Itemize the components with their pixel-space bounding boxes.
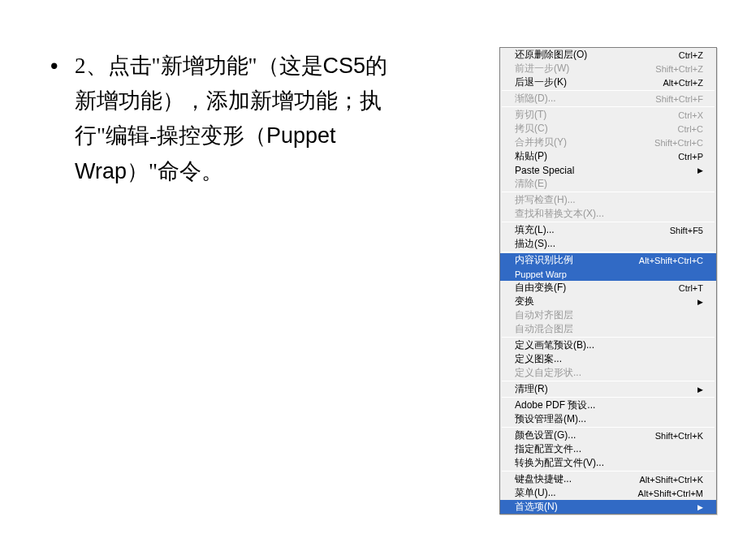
menu-item-shortcut: Shift+F5 — [670, 226, 703, 235]
menu-item: 合并拷贝(Y)Shift+Ctrl+C — [500, 136, 716, 149]
text-run-5: ）"命令。 — [127, 159, 223, 183]
menu-separator — [502, 397, 715, 398]
menu-item-label: 粘贴(P) — [515, 149, 678, 163]
text-run-1: 2、点击"新增功能"（这是 — [75, 54, 323, 78]
bullet-content: 2、点击"新增功能"（这是CS5的新增功能），添加新增功能；执行"编辑-操控变形… — [75, 49, 399, 189]
menu-separator — [502, 252, 715, 252]
menu-item-label: 转换为配置文件(V)... — [515, 456, 703, 470]
menu-item-shortcut: Alt+Shift+Ctrl+K — [639, 475, 703, 485]
menu-item[interactable]: 菜单(U)...Alt+Shift+Ctrl+M — [500, 486, 716, 500]
menu-item: 拷贝(C)Ctrl+C — [500, 122, 716, 136]
menu-item-label: 还原删除图层(O) — [515, 48, 679, 62]
menu-item: 查找和替换文本(X)... — [500, 207, 716, 221]
menu-item: 清除(E) — [500, 177, 716, 191]
menu-item: 自动混合图层 — [500, 322, 716, 336]
menu-item[interactable]: 颜色设置(G)...Shift+Ctrl+K — [500, 429, 716, 442]
menu-item: 渐隐(D)...Shift+Ctrl+F — [500, 92, 716, 106]
menu-item-label: 指定配置文件... — [515, 442, 703, 456]
menu-item[interactable]: Paste Special▶ — [500, 163, 716, 177]
menu-item-shortcut: Ctrl+T — [679, 283, 703, 293]
menu-item-label: 清除(E) — [515, 177, 703, 191]
menu-item-label: 后退一步(K) — [515, 75, 663, 89]
menu-separator — [502, 427, 715, 428]
menu-item[interactable]: 键盘快捷键...Alt+Shift+Ctrl+K — [500, 472, 716, 486]
submenu-arrow-icon: ▶ — [697, 298, 703, 306]
menu-item-label: 定义画笔预设(B)... — [515, 338, 703, 352]
menu-separator — [502, 222, 715, 222]
menu-item-label: 前进一步(W) — [515, 62, 655, 75]
menu-item-label: 合并拷贝(Y) — [515, 136, 654, 149]
menu-item-shortcut: Ctrl+C — [678, 124, 703, 134]
menu-item-label: 颜色设置(G)... — [515, 429, 655, 442]
menu-item[interactable]: 填充(L)...Shift+F5 — [500, 223, 716, 237]
menu-item: 拼写检查(H)... — [500, 193, 716, 207]
menu-item: 定义自定形状... — [500, 366, 716, 380]
menu-separator — [502, 192, 715, 192]
menu-item-label: 预设管理器(M)... — [515, 412, 703, 426]
menu-item-label: 拷贝(C) — [515, 122, 678, 136]
menu-item[interactable]: 定义画笔预设(B)... — [500, 338, 716, 352]
menu-item-label: 自动对齐图层 — [515, 308, 703, 322]
menu-item-label: 填充(L)... — [515, 223, 670, 237]
menu-item-shortcut: Alt+Shift+Ctrl+C — [639, 256, 703, 265]
menu-item-shortcut: Shift+Ctrl+Z — [655, 64, 703, 74]
menu-item-shortcut: Ctrl+X — [678, 110, 703, 120]
menu-separator — [502, 90, 715, 91]
menu-item-label: 定义自定形状... — [515, 366, 703, 380]
menu-item-shortcut: Shift+Ctrl+F — [655, 94, 703, 104]
menu-item[interactable]: 还原删除图层(O)Ctrl+Z — [500, 48, 716, 62]
menu-item[interactable]: 描边(S)... — [500, 237, 716, 251]
bullet-marker: • — [50, 49, 75, 189]
submenu-arrow-icon: ▶ — [697, 503, 703, 511]
menu-item[interactable]: 首选项(N)▶ — [500, 500, 716, 514]
menu-item-shortcut: Alt+Ctrl+Z — [663, 78, 703, 88]
menu-item-label: 剪切(T) — [515, 108, 678, 122]
menu-item[interactable]: 自由变换(F)Ctrl+T — [500, 281, 716, 295]
menu-item-label: 查找和替换文本(X)... — [515, 207, 703, 221]
menu-separator — [502, 381, 715, 381]
menu-item: 前进一步(W)Shift+Ctrl+Z — [500, 62, 716, 75]
menu-item-label: Paste Special — [515, 165, 694, 176]
menu-item: 剪切(T)Ctrl+X — [500, 108, 716, 122]
menu-item-label: 键盘快捷键... — [515, 472, 639, 486]
menu-item-shortcut: Shift+Ctrl+C — [654, 138, 703, 148]
menu-item-shortcut: Shift+Ctrl+K — [655, 431, 703, 441]
menu-item-label: Adobe PDF 预设... — [515, 398, 703, 412]
menu-item[interactable]: 预设管理器(M)... — [500, 412, 716, 426]
slide-body-text: • 2、点击"新增功能"（这是CS5的新增功能），添加新增功能；执行"编辑-操控… — [50, 49, 399, 189]
menu-item[interactable]: 变换▶ — [500, 295, 716, 308]
menu-separator — [502, 106, 715, 107]
menu-item-shortcut: Ctrl+Z — [679, 50, 703, 60]
menu-item-label: 拼写检查(H)... — [515, 193, 703, 207]
menu-item-label: 描边(S)... — [515, 237, 703, 251]
menu-item-shortcut: Ctrl+P — [678, 152, 703, 162]
menu-item-label: 菜单(U)... — [515, 486, 638, 500]
menu-item-label: 清理(R) — [515, 382, 694, 396]
menu-item[interactable]: 定义图案... — [500, 352, 716, 366]
menu-item[interactable]: Adobe PDF 预设... — [500, 398, 716, 412]
submenu-arrow-icon: ▶ — [697, 166, 703, 174]
menu-item-label: 自由变换(F) — [515, 281, 679, 295]
menu-separator — [502, 337, 715, 338]
menu-separator — [502, 471, 715, 472]
text-run-cs5: CS5 — [323, 54, 366, 78]
menu-item-label: 渐隐(D)... — [515, 92, 655, 106]
menu-item[interactable]: Puppet Warp — [500, 267, 716, 281]
menu-item-shortcut: Alt+Shift+Ctrl+M — [638, 489, 703, 498]
menu-item[interactable]: 内容识别比例Alt+Shift+Ctrl+C — [500, 253, 716, 267]
edit-menu: 还原删除图层(O)Ctrl+Z前进一步(W)Shift+Ctrl+Z后退一步(K… — [499, 47, 717, 515]
menu-item-label: 定义图案... — [515, 352, 703, 366]
menu-item[interactable]: 转换为配置文件(V)... — [500, 456, 716, 470]
menu-item[interactable]: 指定配置文件... — [500, 442, 716, 456]
menu-item: 自动对齐图层 — [500, 308, 716, 322]
menu-item-label: Puppet Warp — [515, 269, 703, 279]
menu-item-label: 自动混合图层 — [515, 322, 703, 336]
menu-item[interactable]: 粘贴(P)Ctrl+P — [500, 149, 716, 163]
menu-item-label: 内容识别比例 — [515, 253, 639, 267]
menu-item-label: 变换 — [515, 295, 694, 308]
menu-item[interactable]: 清理(R)▶ — [500, 382, 716, 396]
submenu-arrow-icon: ▶ — [697, 386, 703, 394]
menu-item[interactable]: 后退一步(K)Alt+Ctrl+Z — [500, 75, 716, 89]
menu-item-label: 首选项(N) — [515, 500, 694, 514]
